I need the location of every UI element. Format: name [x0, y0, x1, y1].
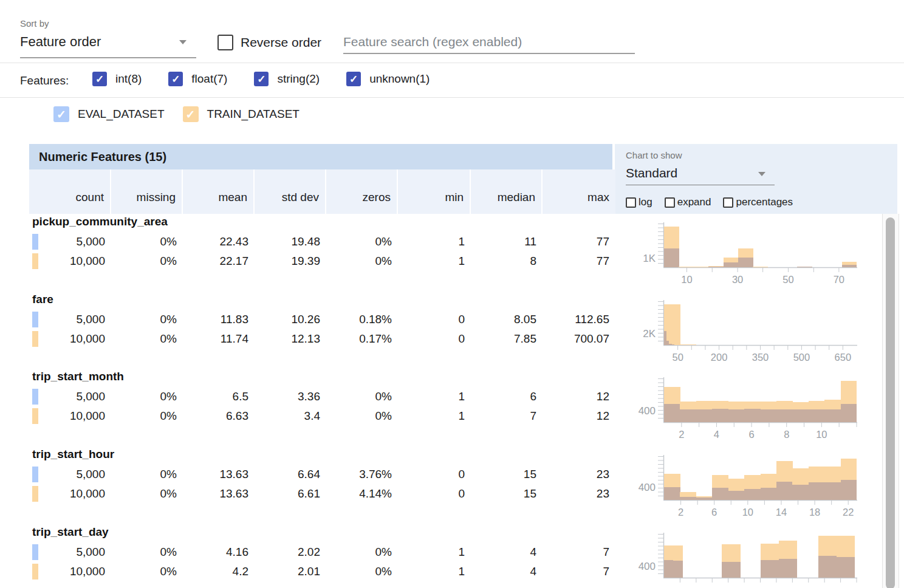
stat-missing: 0%	[111, 232, 183, 251]
reverse-order-checkbox[interactable]	[217, 35, 233, 50]
filter-checkbox[interactable]: ✓	[254, 72, 269, 86]
stat-min: 1	[398, 562, 471, 581]
stat-min: 0	[398, 310, 471, 329]
stat-max: 12	[543, 387, 615, 406]
dataset-color-chip	[32, 234, 38, 250]
svg-text:10: 10	[816, 429, 827, 440]
svg-text:6: 6	[748, 429, 754, 440]
stat-missing: 0%	[111, 406, 183, 426]
svg-text:70: 70	[834, 274, 844, 285]
header-cell-mean: mean	[183, 169, 255, 214]
stat-min: 1	[398, 406, 471, 426]
legend-item-eval_dataset: ✓EVAL_DATASET	[53, 106, 165, 122]
svg-text:4: 4	[714, 429, 719, 440]
svg-text:14: 14	[776, 507, 787, 518]
stat-std-dev: 19.39	[255, 251, 326, 271]
chart-type-underline	[626, 185, 775, 185]
stat-missing: 0%	[111, 329, 183, 349]
chevron-down-icon	[179, 40, 187, 44]
stat-count: 5,000	[29, 542, 111, 562]
stat-count: 10,000	[29, 251, 111, 271]
dataset-color-chip	[32, 544, 38, 560]
histogram-trip_start_month: 400246810	[629, 369, 860, 444]
chart-toggles: logexpandpercentages	[626, 196, 793, 208]
feature-name: pickup_community_area	[32, 215, 168, 228]
chart-type-value: Standard	[626, 166, 677, 180]
stat-median: 4	[471, 562, 543, 581]
svg-text:350: 350	[752, 352, 769, 363]
stat-min: 1	[398, 251, 471, 271]
svg-text:2K: 2K	[643, 328, 656, 340]
feature-chart: 400246810	[629, 369, 860, 444]
percentages-checkbox[interactable]	[723, 197, 733, 208]
header-cell-min: min	[398, 169, 471, 214]
feature-block-trip_start_month: trip_start_month5,0000%6.53.360%161210,0…	[0, 369, 904, 446]
stat-count: 5,000	[29, 465, 111, 484]
dataset-color-chip	[32, 389, 38, 405]
svg-text:10: 10	[681, 274, 692, 285]
stat-median: 7	[471, 406, 543, 426]
dataset-label: EVAL_DATASET	[78, 108, 165, 121]
dataset-color-chip	[32, 312, 38, 327]
stat-zeros: 3.76%	[326, 465, 398, 484]
stat-min: 1	[398, 387, 471, 406]
stat-missing: 0%	[111, 387, 183, 406]
chart-to-show-label: Chart to show	[626, 150, 682, 160]
stat-std-dev: 3.36	[255, 387, 326, 406]
histogram-trip_start_hour: 4002610141822	[629, 446, 860, 522]
feature-chart: 400	[629, 524, 860, 588]
dataset-checkbox[interactable]: ✓	[53, 106, 69, 122]
stat-median: 15	[471, 465, 543, 484]
stat-max: 7	[543, 542, 615, 562]
stat-std-dev: 6.61	[255, 484, 326, 504]
dataset-checkbox[interactable]: ✓	[183, 106, 199, 122]
svg-text:400: 400	[639, 405, 656, 417]
expand-checkbox[interactable]	[665, 197, 675, 208]
feature-block-pickup_community_area: pickup_community_area5,0000%22.4319.480%…	[0, 214, 904, 292]
filter-checkbox[interactable]: ✓	[168, 72, 183, 86]
stat-max: 77	[543, 251, 615, 271]
sort-by-value: Feature order	[20, 34, 101, 49]
feature-block-trip_start_day: trip_start_day5,0000%4.162.020%14710,000…	[0, 524, 904, 588]
histogram-pickup_community_area: 1K10305070	[629, 214, 860, 289]
stat-max: 23	[543, 465, 615, 484]
feature-type-filter-3: ✓unknown(1)	[346, 72, 430, 86]
numeric-features-banner: Numeric Features (15)	[29, 144, 612, 169]
stat-zeros: 0%	[326, 562, 398, 581]
stat-median: 11	[471, 232, 543, 251]
stat-max: 12	[543, 406, 615, 426]
stat-zeros: 0%	[326, 387, 398, 406]
stat-median: 6	[471, 387, 543, 406]
dataset-label: TRAIN_DATASET	[207, 108, 300, 121]
dataset-color-chip	[32, 564, 38, 579]
stat-row-train_dataset: 10,0000%4.22.010%147	[29, 562, 615, 581]
stat-mean: 11.83	[183, 310, 255, 329]
dataset-color-chip	[32, 253, 38, 269]
feature-name: trip_start_hour	[32, 448, 114, 461]
stat-missing: 0%	[111, 251, 183, 271]
svg-text:400: 400	[639, 561, 656, 572]
toggle-label: expand	[677, 196, 711, 208]
stat-row-train_dataset: 10,0000%11.7412.130.17%07.85700.07	[29, 329, 615, 349]
log-checkbox[interactable]	[626, 197, 636, 208]
stat-std-dev: 10.26	[255, 310, 326, 329]
stat-min: 1	[398, 232, 471, 251]
svg-text:10: 10	[742, 507, 753, 518]
filter-checkbox[interactable]: ✓	[92, 72, 107, 86]
sort-by-select[interactable]: Feature order	[20, 34, 196, 50]
stat-mean: 13.63	[183, 484, 255, 504]
filter-checkbox[interactable]: ✓	[346, 72, 361, 86]
toggle-percentages: percentages	[723, 196, 793, 208]
stat-count: 10,000	[29, 406, 111, 426]
stat-median: 15	[471, 484, 543, 504]
chevron-down-icon	[758, 172, 765, 176]
feature-type-filter-2: ✓string(2)	[254, 72, 320, 86]
scrollbar-thumb[interactable]	[886, 217, 895, 588]
svg-text:18: 18	[809, 507, 820, 518]
chart-type-select[interactable]: Standard	[626, 166, 775, 180]
feature-search-input[interactable]	[343, 35, 635, 54]
dataset-color-chip	[32, 467, 38, 482]
header-cell-max: max	[543, 169, 615, 214]
vertical-scrollbar[interactable]	[882, 214, 899, 588]
stat-row-eval_dataset: 5,0000%6.53.360%1612	[29, 387, 615, 406]
